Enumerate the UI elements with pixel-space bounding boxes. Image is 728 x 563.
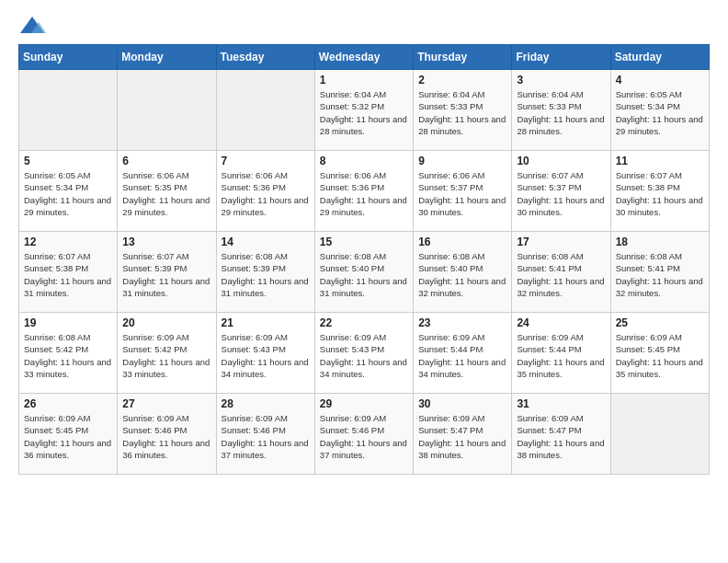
calendar-cell: 11Sunrise: 6:07 AM Sunset: 5:38 PM Dayli… — [610, 151, 709, 232]
day-number: 19 — [24, 316, 112, 329]
day-number: 12 — [24, 236, 112, 248]
day-info: Sunrise: 6:09 AM Sunset: 5:45 PM Dayligh… — [24, 412, 112, 461]
logo — [18, 15, 48, 35]
day-info: Sunrise: 6:09 AM Sunset: 5:42 PM Dayligh… — [122, 331, 210, 380]
day-info: Sunrise: 6:09 AM Sunset: 5:44 PM Dayligh… — [418, 331, 506, 380]
calendar-cell: 9Sunrise: 6:06 AM Sunset: 5:37 PM Daylig… — [414, 151, 512, 232]
day-info: Sunrise: 6:06 AM Sunset: 5:37 PM Dayligh… — [418, 169, 506, 218]
calendar-cell — [118, 70, 216, 151]
day-info: Sunrise: 6:09 AM Sunset: 5:46 PM Dayligh… — [320, 412, 408, 461]
calendar-cell: 13Sunrise: 6:07 AM Sunset: 5:39 PM Dayli… — [118, 232, 216, 313]
day-info: Sunrise: 6:07 AM Sunset: 5:38 PM Dayligh… — [24, 250, 112, 299]
calendar-cell: 17Sunrise: 6:08 AM Sunset: 5:41 PM Dayli… — [512, 232, 610, 313]
header-day-tuesday: Tuesday — [216, 45, 314, 70]
day-number: 8 — [320, 155, 408, 167]
day-number: 27 — [122, 397, 210, 410]
day-number: 4 — [616, 74, 704, 86]
day-info: Sunrise: 6:04 AM Sunset: 5:33 PM Dayligh… — [418, 88, 506, 137]
day-info: Sunrise: 6:06 AM Sunset: 5:35 PM Dayligh… — [122, 169, 210, 218]
day-number: 16 — [418, 236, 506, 248]
calendar-cell: 7Sunrise: 6:06 AM Sunset: 5:36 PM Daylig… — [216, 151, 314, 232]
day-number: 7 — [222, 155, 310, 167]
day-number: 15 — [320, 236, 408, 248]
calendar-cell: 15Sunrise: 6:08 AM Sunset: 5:40 PM Dayli… — [314, 232, 413, 313]
day-info: Sunrise: 6:09 AM Sunset: 5:45 PM Dayligh… — [616, 331, 704, 380]
calendar-cell — [216, 70, 314, 151]
calendar-cell: 18Sunrise: 6:08 AM Sunset: 5:41 PM Dayli… — [610, 232, 709, 313]
calendar-cell: 26Sunrise: 6:09 AM Sunset: 5:45 PM Dayli… — [19, 394, 118, 475]
calendar-cell: 5Sunrise: 6:05 AM Sunset: 5:34 PM Daylig… — [19, 151, 118, 232]
day-info: Sunrise: 6:09 AM Sunset: 5:44 PM Dayligh… — [517, 331, 605, 380]
day-number: 17 — [517, 236, 605, 248]
day-info: Sunrise: 6:06 AM Sunset: 5:36 PM Dayligh… — [222, 169, 310, 218]
header-day-thursday: Thursday — [414, 45, 512, 70]
calendar-cell: 10Sunrise: 6:07 AM Sunset: 5:37 PM Dayli… — [512, 151, 610, 232]
calendar-cell: 4Sunrise: 6:05 AM Sunset: 5:34 PM Daylig… — [610, 70, 709, 151]
calendar-cell: 31Sunrise: 6:09 AM Sunset: 5:47 PM Dayli… — [512, 394, 610, 475]
calendar-cell: 30Sunrise: 6:09 AM Sunset: 5:47 PM Dayli… — [414, 394, 512, 475]
calendar-cell — [610, 394, 709, 475]
day-number: 30 — [418, 397, 506, 410]
calendar-cell: 29Sunrise: 6:09 AM Sunset: 5:46 PM Dayli… — [314, 394, 413, 475]
week-row-2: 5Sunrise: 6:05 AM Sunset: 5:34 PM Daylig… — [19, 151, 710, 232]
calendar-cell: 6Sunrise: 6:06 AM Sunset: 5:35 PM Daylig… — [118, 151, 216, 232]
day-info: Sunrise: 6:09 AM Sunset: 5:43 PM Dayligh… — [320, 331, 408, 380]
day-info: Sunrise: 6:09 AM Sunset: 5:46 PM Dayligh… — [222, 412, 310, 461]
week-row-1: 1Sunrise: 6:04 AM Sunset: 5:32 PM Daylig… — [19, 70, 710, 151]
day-number: 18 — [616, 236, 704, 248]
calendar-cell: 14Sunrise: 6:08 AM Sunset: 5:39 PM Dayli… — [216, 232, 314, 313]
day-info: Sunrise: 6:09 AM Sunset: 5:43 PM Dayligh… — [222, 331, 310, 380]
week-row-4: 19Sunrise: 6:08 AM Sunset: 5:42 PM Dayli… — [19, 313, 710, 394]
day-info: Sunrise: 6:08 AM Sunset: 5:42 PM Dayligh… — [24, 331, 112, 380]
calendar-cell: 1Sunrise: 6:04 AM Sunset: 5:32 PM Daylig… — [314, 70, 413, 151]
day-number: 14 — [222, 236, 310, 248]
calendar-cell: 3Sunrise: 6:04 AM Sunset: 5:33 PM Daylig… — [512, 70, 610, 151]
day-number: 5 — [24, 155, 112, 167]
calendar-header-row: SundayMondayTuesdayWednesdayThursdayFrid… — [19, 45, 710, 70]
day-number: 1 — [320, 74, 408, 86]
day-number: 28 — [222, 397, 310, 410]
week-row-5: 26Sunrise: 6:09 AM Sunset: 5:45 PM Dayli… — [19, 394, 710, 475]
day-number: 26 — [24, 397, 112, 410]
day-info: Sunrise: 6:07 AM Sunset: 5:39 PM Dayligh… — [122, 250, 210, 299]
day-number: 31 — [517, 397, 605, 410]
day-info: Sunrise: 6:08 AM Sunset: 5:40 PM Dayligh… — [320, 250, 408, 299]
calendar-cell: 8Sunrise: 6:06 AM Sunset: 5:36 PM Daylig… — [314, 151, 413, 232]
day-number: 11 — [616, 155, 704, 167]
calendar-cell: 27Sunrise: 6:09 AM Sunset: 5:46 PM Dayli… — [118, 394, 216, 475]
day-info: Sunrise: 6:08 AM Sunset: 5:41 PM Dayligh… — [616, 250, 704, 299]
calendar-cell: 23Sunrise: 6:09 AM Sunset: 5:44 PM Dayli… — [414, 313, 512, 394]
day-info: Sunrise: 6:09 AM Sunset: 5:47 PM Dayligh… — [418, 412, 506, 461]
day-info: Sunrise: 6:05 AM Sunset: 5:34 PM Dayligh… — [24, 169, 112, 218]
logo-icon — [18, 15, 44, 35]
page-header — [18, 15, 710, 35]
day-number: 9 — [418, 155, 506, 167]
day-number: 20 — [122, 316, 210, 329]
day-number: 25 — [616, 316, 704, 329]
header-day-monday: Monday — [118, 45, 216, 70]
calendar-cell: 2Sunrise: 6:04 AM Sunset: 5:33 PM Daylig… — [414, 70, 512, 151]
week-row-3: 12Sunrise: 6:07 AM Sunset: 5:38 PM Dayli… — [19, 232, 710, 313]
day-number: 29 — [320, 397, 408, 410]
header-day-wednesday: Wednesday — [314, 45, 413, 70]
day-number: 24 — [517, 316, 605, 329]
day-info: Sunrise: 6:09 AM Sunset: 5:47 PM Dayligh… — [517, 412, 605, 461]
calendar: SundayMondayTuesdayWednesdayThursdayFrid… — [18, 44, 710, 475]
day-number: 21 — [222, 316, 310, 329]
calendar-cell: 22Sunrise: 6:09 AM Sunset: 5:43 PM Dayli… — [314, 313, 413, 394]
calendar-cell: 28Sunrise: 6:09 AM Sunset: 5:46 PM Dayli… — [216, 394, 314, 475]
day-number: 13 — [122, 236, 210, 248]
calendar-cell: 21Sunrise: 6:09 AM Sunset: 5:43 PM Dayli… — [216, 313, 314, 394]
header-day-saturday: Saturday — [610, 45, 709, 70]
calendar-cell: 25Sunrise: 6:09 AM Sunset: 5:45 PM Dayli… — [610, 313, 709, 394]
calendar-cell: 16Sunrise: 6:08 AM Sunset: 5:40 PM Dayli… — [414, 232, 512, 313]
day-info: Sunrise: 6:07 AM Sunset: 5:37 PM Dayligh… — [517, 169, 605, 218]
day-info: Sunrise: 6:09 AM Sunset: 5:46 PM Dayligh… — [122, 412, 210, 461]
calendar-cell: 24Sunrise: 6:09 AM Sunset: 5:44 PM Dayli… — [512, 313, 610, 394]
day-info: Sunrise: 6:08 AM Sunset: 5:39 PM Dayligh… — [222, 250, 310, 299]
day-info: Sunrise: 6:08 AM Sunset: 5:41 PM Dayligh… — [517, 250, 605, 299]
day-info: Sunrise: 6:07 AM Sunset: 5:38 PM Dayligh… — [616, 169, 704, 218]
day-number: 3 — [517, 74, 605, 86]
day-number: 6 — [122, 155, 210, 167]
day-number: 22 — [320, 316, 408, 329]
